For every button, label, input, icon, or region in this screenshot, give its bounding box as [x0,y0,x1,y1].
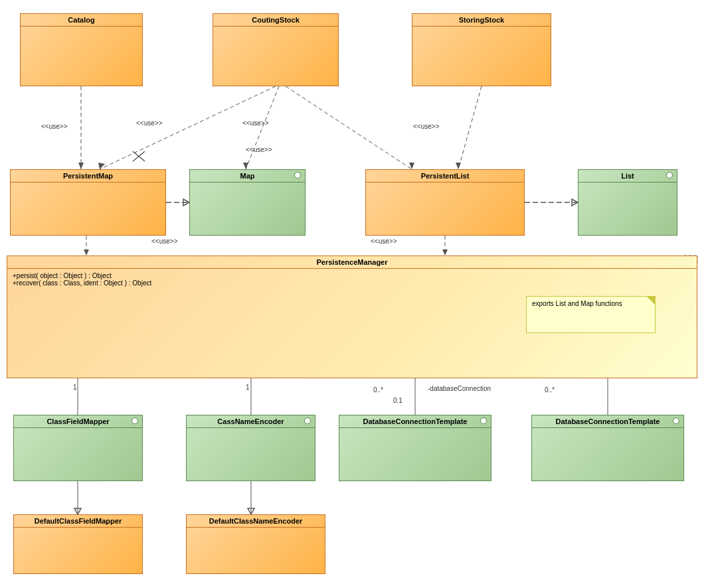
cardinality-5: 0..* [545,386,555,394]
svg-marker-7 [409,163,414,169]
diagram-container: Catalog CoutingStock StoringStock <<use>… [0,0,712,588]
classfieldmapper-body [14,428,142,455]
svg-line-6 [286,86,412,169]
svg-line-28 [133,151,145,161]
catalog-title: Catalog [21,14,142,27]
svg-marker-9 [456,163,461,169]
svg-marker-24 [74,508,81,514]
dbconntemplate1-title: DatabaseConnectionTemplate [339,415,491,428]
cassnameencoder-title: CassNameEncoder [187,415,315,428]
svg-line-8 [458,86,482,169]
svg-marker-3 [98,163,105,169]
svg-marker-1 [78,163,84,169]
svg-marker-17 [442,250,448,256]
use-label-5: <<use>> [246,146,272,153]
use-label-1: <<use>> [41,123,67,130]
map-body [190,183,305,209]
persistentmap-body [11,183,165,209]
svg-line-2 [100,86,276,169]
note-text: exports List and Map functions [532,300,650,307]
dbconntemplate2-body [532,428,683,455]
coutingstock-body [213,27,338,53]
use-label-2: <<use>> [136,119,162,127]
list-box: List [578,169,677,236]
svg-marker-11 [183,199,189,206]
map-title: Map [190,170,305,183]
persistentmap-box: PersistentMap [10,169,166,236]
coutingstock-box: CoutingStock [213,13,339,86]
persistence-manager-title: PersistenceManager [7,256,697,269]
storingstock-body [412,27,551,53]
svg-line-27 [133,151,145,161]
svg-line-4 [246,86,279,169]
map-interface-circle [294,172,301,179]
persistence-manager-body: +persist( object : Object ) : Object +re… [7,269,697,290]
use-label-6: <<use>> [151,238,177,245]
pm-method-1: +persist( object : Object ) : Object [13,272,691,279]
classfieldmapper-box: ClassFieldMapper [13,415,143,481]
defaultclassfieldmapper-title: DefaultClassFieldMapper [14,515,142,528]
storingstock-box: StoringStock [412,13,551,86]
svg-marker-5 [243,163,248,169]
defaultclassnameencoder-title: DefaultClassNameEncoder [187,515,325,528]
list-interface-circle [666,172,673,179]
cassnameencoder-box: CassNameEncoder [186,415,315,481]
catalog-body [21,27,142,53]
use-label-7: <<use>> [371,238,397,245]
dbconntemplate2-interface-circle [673,417,679,424]
svg-marker-26 [248,508,254,514]
list-title: List [578,170,677,183]
note-box: exports List and Map functions [526,296,656,333]
classfieldmapper-interface-circle [132,417,138,424]
use-label-3: <<use>> [242,119,268,127]
cardinality-1: 1 [73,384,77,391]
dbconntemplate1-interface-circle [480,417,487,424]
storingstock-title: StoringStock [412,14,551,27]
coutingstock-title: CoutingStock [213,14,338,27]
dbconntemplate2-title: DatabaseConnectionTemplate [532,415,683,428]
map-box: Map [189,169,306,236]
svg-marker-15 [84,250,89,256]
defaultclassnameencoder-body [187,528,325,554]
dbconntemplate1-box: DatabaseConnectionTemplate [339,415,491,481]
catalog-box: Catalog [20,13,143,86]
defaultclassfieldmapper-body [14,528,142,554]
dbconntemplate1-body [339,428,491,455]
dbconntemplate2-box: DatabaseConnectionTemplate [531,415,684,481]
list-body [578,183,677,209]
persistentlist-title: PersistentList [366,170,524,183]
db-connection-label: -databaseConnection [428,385,491,392]
cardinality-3: 0..* [373,386,383,394]
cassnameencoder-interface-circle [304,417,311,424]
defaultclassnameencoder-box: DefaultClassNameEncoder [186,514,325,574]
pm-method-2: +recover( class : Class, ident : Object … [13,279,691,287]
persistentlist-box: PersistentList [365,169,525,236]
persistentmap-title: PersistentMap [11,170,165,183]
defaultclassfieldmapper-box: DefaultClassFieldMapper [13,514,143,574]
cardinality-4: 0.1 [393,397,402,404]
svg-marker-13 [572,199,578,206]
classfieldmapper-title: ClassFieldMapper [14,415,142,428]
persistentlist-body [366,183,524,209]
use-label-4: <<use>> [413,123,439,130]
cassnameencoder-body [187,428,315,455]
cardinality-2: 1 [246,384,250,391]
